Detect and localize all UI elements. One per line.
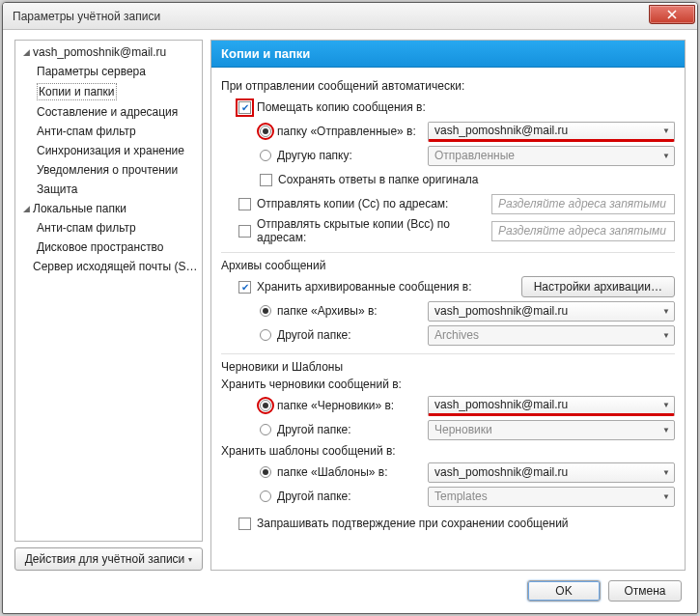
combo-drafts-other[interactable]: Черновики ▼: [428, 420, 675, 440]
combo-value: Templates: [434, 490, 657, 503]
combo-sent-other[interactable]: Отправленные ▼: [428, 146, 675, 166]
tree-item-receipts[interactable]: Уведомления о прочтении: [15, 160, 202, 180]
radio-drafts-other[interactable]: [260, 424, 271, 435]
tree-label: Анти-спам фильтр: [37, 124, 136, 139]
tree-label: Локальные папки: [33, 201, 126, 216]
row-templates-folder: папке «Шаблоны» в: vash_pomoshnik@mail.r…: [221, 462, 675, 483]
combo-templates-other[interactable]: Templates ▼: [428, 487, 675, 507]
tree-local-header[interactable]: ◢ Локальные папки: [15, 199, 202, 218]
radio-archives-other[interactable]: [260, 329, 271, 341]
radio-drafts-folder[interactable]: [260, 400, 271, 411]
checkbox-keep-archived[interactable]: ✔: [238, 281, 251, 294]
tree-item-spam[interactable]: Анти-спам фильтр: [15, 122, 202, 141]
chevron-down-icon: ▼: [657, 152, 670, 160]
combo-sent-account[interactable]: vash_pomoshnik@mail.ru ▼: [428, 122, 675, 142]
combo-value: vash_pomoshnik@mail.ru: [434, 304, 657, 318]
window-title: Параметры учётной записи: [13, 10, 649, 23]
label: Другую папку:: [277, 149, 422, 162]
tree-item-copies[interactable]: Копии и папки: [15, 81, 202, 102]
input-bcc[interactable]: Разделяйте адреса запятыми: [491, 221, 675, 241]
combo-value: vash_pomoshnik@mail.ru: [434, 124, 657, 137]
radio-templates-other[interactable]: [260, 490, 271, 502]
combo-drafts-account[interactable]: vash_pomoshnik@mail.ru ▼: [428, 396, 675, 416]
combo-archives-account[interactable]: vash_pomoshnik@mail.ru ▼: [428, 301, 675, 322]
account-actions-button[interactable]: Действия для учётной записи ▾: [14, 547, 203, 571]
tree-item-local-spam[interactable]: Анти-спам фильтр: [15, 218, 202, 238]
checkbox-confirm-save[interactable]: [238, 518, 251, 530]
ok-button[interactable]: OK: [527, 580, 601, 602]
tree-item-sync[interactable]: Синхронизация и хранение: [15, 141, 202, 160]
checkbox-bcc[interactable]: [238, 225, 251, 238]
panel-title: Копии и папки: [211, 41, 685, 68]
separator: [221, 353, 675, 354]
button-label: Настройки архивации…: [534, 280, 662, 294]
tree-item-smtp[interactable]: Сервер исходящей почты (S…: [15, 257, 202, 276]
drafts-header: Черновики и Шаблоны: [221, 360, 675, 374]
label: Хранить архивированные сообщения в:: [257, 280, 516, 294]
row-drafts-other: Другой папке: Черновики ▼: [221, 419, 675, 440]
dialog-footer: OK Отмена: [14, 571, 686, 603]
twisty-icon: ◢: [21, 44, 31, 60]
tree-item-server[interactable]: Параметры сервера: [15, 62, 202, 81]
chevron-down-icon: ▾: [188, 555, 192, 564]
label: папке «Черновики» в:: [277, 399, 422, 412]
combo-value: Черновики: [434, 423, 657, 436]
checkbox-place-copy[interactable]: ✔: [238, 101, 251, 114]
radio-archives-folder[interactable]: [260, 305, 271, 317]
label: папку «Отправленные» в:: [277, 125, 422, 138]
archives-header: Архивы сообщений: [221, 259, 675, 272]
twisty-icon: ◢: [21, 201, 31, 216]
auto-section-label: При отправлении сообщений автоматически:: [221, 79, 675, 93]
tree-label: Копии и папки: [37, 83, 117, 100]
row-save-replies: Сохранять ответы в папке оригинала: [221, 169, 675, 190]
tree-label: Дисковое пространство: [37, 239, 164, 255]
keep-templates-label: Хранить шаблоны сообщений в:: [221, 444, 675, 458]
radio-sent-folder[interactable]: [260, 126, 271, 137]
main-row: ◢ vash_pomoshnik@mail.ru Параметры серве…: [14, 40, 686, 571]
button-label: Отмена: [624, 584, 665, 598]
checkbox-save-replies[interactable]: [260, 174, 272, 186]
cancel-button[interactable]: Отмена: [608, 580, 682, 602]
chevron-down-icon: ▼: [657, 426, 670, 434]
button-label: OK: [555, 584, 572, 598]
tree-label: Уведомления о прочтении: [37, 162, 178, 178]
tree-item-security[interactable]: Защита: [15, 180, 202, 199]
panel-body: При отправлении сообщений автоматически:…: [211, 68, 685, 570]
combo-value: vash_pomoshnik@mail.ru: [434, 398, 657, 411]
label: Отправлять скрытые копии (Bcc) по адреса…: [257, 217, 486, 244]
tree-label: Сервер исходящей почты (S…: [33, 259, 197, 274]
tree-label: Анти-спам фильтр: [37, 220, 136, 236]
combo-archives-other[interactable]: Archives ▼: [428, 325, 675, 346]
chevron-down-icon: ▼: [657, 307, 670, 316]
tree-label: Защита: [37, 182, 78, 197]
row-confirm-save: Запрашивать подтверждение при сохранении…: [221, 513, 675, 534]
label: Помещать копию сообщения в:: [257, 100, 426, 114]
tree-item-local-disk[interactable]: Дисковое пространство: [15, 238, 202, 257]
tree-item-compose[interactable]: Составление и адресация: [15, 102, 202, 122]
label: папке «Шаблоны» в:: [277, 465, 422, 479]
label: Другой папке:: [277, 490, 422, 503]
chevron-down-icon: ▼: [657, 468, 670, 477]
tree-label: Параметры сервера: [37, 64, 146, 79]
combo-templates-account[interactable]: vash_pomoshnik@mail.ru ▼: [428, 462, 675, 483]
button-label: Действия для учётной записи: [25, 552, 185, 566]
row-sent-other: Другую папку: Отправленные ▼: [221, 145, 675, 166]
close-button[interactable]: [649, 5, 695, 24]
radio-sent-other[interactable]: [260, 150, 271, 161]
combo-value: vash_pomoshnik@mail.ru: [434, 465, 657, 479]
checkbox-cc[interactable]: [238, 198, 251, 210]
row-drafts-folder: папке «Черновики» в: vash_pomoshnik@mail…: [221, 395, 675, 416]
accounts-tree[interactable]: ◢ vash_pomoshnik@mail.ru Параметры серве…: [14, 40, 203, 542]
tree-label: Составление и адресация: [37, 104, 178, 120]
radio-templates-folder[interactable]: [260, 466, 271, 478]
archive-settings-button[interactable]: Настройки архивации…: [521, 276, 675, 297]
row-templates-other: Другой папке: Templates ▼: [221, 486, 675, 507]
label: Сохранять ответы в папке оригинала: [278, 173, 479, 186]
input-cc[interactable]: Разделяйте адреса запятыми: [491, 194, 675, 214]
chevron-down-icon: ▼: [657, 401, 670, 409]
combo-value: Отправленные: [434, 149, 657, 162]
row-archives-other: Другой папке: Archives ▼: [221, 324, 675, 346]
tree-account-header[interactable]: ◢ vash_pomoshnik@mail.ru: [15, 42, 202, 62]
chevron-down-icon: ▼: [657, 126, 670, 135]
label: Отправлять копии (Cc) по адресам:: [257, 197, 486, 210]
